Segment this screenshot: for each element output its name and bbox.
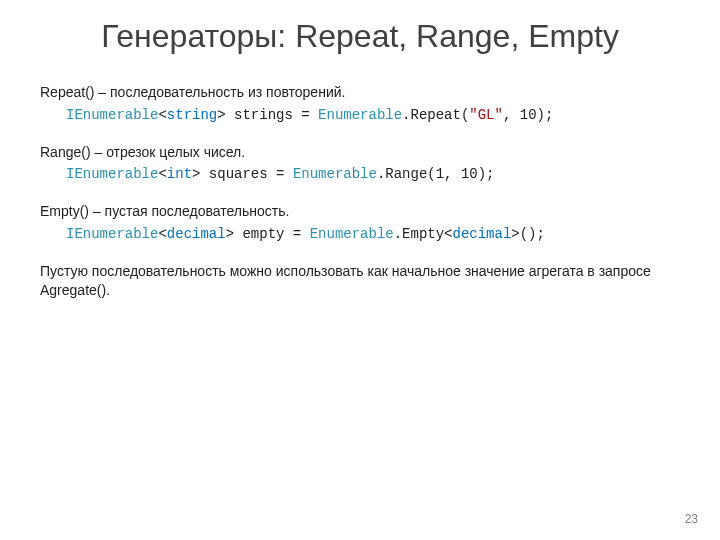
repeat-code: IEnumerable<string> strings = Enumerable… <box>40 106 680 125</box>
code-text: > <box>226 226 234 242</box>
repeat-desc: Repeat() – последовательность из повторе… <box>40 83 680 102</box>
code-text: .Repeat( <box>402 107 469 123</box>
code-keyword: decimal <box>167 226 226 242</box>
code-text: squares = <box>200 166 292 182</box>
code-text: < <box>158 226 166 242</box>
code-class: Enumerable <box>318 107 402 123</box>
code-text: empty = <box>234 226 310 242</box>
code-type: IEnumerable <box>66 166 158 182</box>
code-keyword: decimal <box>453 226 512 242</box>
code-text: .Empty< <box>394 226 453 242</box>
code-class: Enumerable <box>310 226 394 242</box>
code-class: Enumerable <box>293 166 377 182</box>
code-type: IEnumerable <box>66 107 158 123</box>
code-keyword: int <box>167 166 192 182</box>
empty-desc: Empty() – пустая последовательность. <box>40 202 680 221</box>
code-text: < <box>158 166 166 182</box>
footer-text: Пустую последовательность можно использо… <box>40 262 680 300</box>
code-text: , 10); <box>503 107 553 123</box>
empty-code: IEnumerable<decimal> empty = Enumerable.… <box>40 225 680 244</box>
range-desc: Range() – отрезок целых чисел. <box>40 143 680 162</box>
code-type: IEnumerable <box>66 226 158 242</box>
code-text: >(); <box>511 226 545 242</box>
slide-body: Repeat() – последовательность из повторе… <box>40 83 680 300</box>
code-keyword: string <box>167 107 217 123</box>
code-text: .Range(1, 10); <box>377 166 495 182</box>
slide-title: Генераторы: Repeat, Range, Empty <box>40 18 680 55</box>
page-number: 23 <box>685 512 698 526</box>
range-code: IEnumerable<int> squares = Enumerable.Ra… <box>40 165 680 184</box>
code-string: "GL" <box>469 107 503 123</box>
slide: Генераторы: Repeat, Range, Empty Repeat(… <box>0 0 720 300</box>
code-text: < <box>158 107 166 123</box>
code-text: > <box>217 107 225 123</box>
code-text: strings = <box>226 107 318 123</box>
